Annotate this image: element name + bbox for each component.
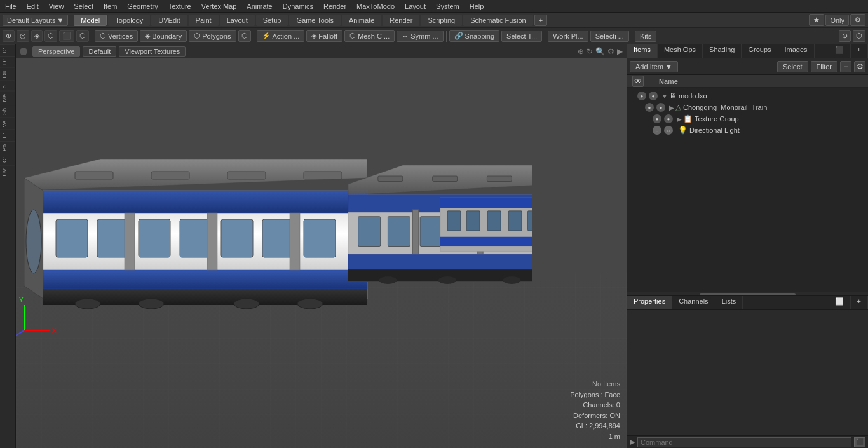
tab-animate[interactable]: Animate [342, 15, 381, 26]
sidebar-item-8[interactable]: E: [0, 130, 15, 141]
mode-icon-4[interactable]: ⬡ [44, 30, 57, 42]
menu-view[interactable]: View [44, 1, 69, 11]
mode-icon-1[interactable]: ⊕ [3, 30, 15, 42]
boundary-button[interactable]: ◈ Boundary [140, 30, 187, 42]
vp-tab-default[interactable]: Default [83, 46, 116, 57]
sidebar-item-9[interactable]: Po [0, 141, 15, 154]
mode-icon-6[interactable]: ⬡ [76, 30, 89, 42]
eye-texgrp[interactable]: ● [653, 114, 661, 123]
vp-icon-play[interactable]: ▶ [617, 47, 623, 56]
tree-item-texgrp[interactable]: ● ● ▶ 📋 Texture Group [627, 113, 868, 125]
generic-icon-1[interactable]: ⬡ [238, 30, 251, 42]
prop-expand-btn[interactable]: ⬜ [829, 296, 851, 309]
kits-button[interactable]: Kits [635, 31, 656, 42]
vp-tab-textures[interactable]: Viewport Textures [119, 46, 186, 57]
right-tab-expand[interactable]: ⬛ [829, 44, 851, 58]
tab-gametools[interactable]: Game Tools [289, 15, 341, 26]
select-button[interactable]: Select [777, 61, 808, 72]
star-icon[interactable]: ★ [809, 14, 824, 26]
tab-uvedit[interactable]: UVEdit [151, 15, 187, 26]
vp-icon-zoom[interactable]: 🔍 [595, 47, 605, 56]
tab-scripting[interactable]: Scripting [421, 15, 462, 26]
snapping-button[interactable]: 🔗 Snapping [449, 30, 500, 42]
vertices-button[interactable]: ⬡ Vertices [95, 30, 138, 42]
tab-model[interactable]: Model [74, 15, 107, 26]
prop-tab-channels[interactable]: Channels [672, 296, 715, 309]
eye-root[interactable]: ● [637, 92, 646, 100]
eye-mesh[interactable]: ● [645, 103, 654, 112]
menu-file[interactable]: File [0, 1, 22, 11]
tree-item-mesh[interactable]: ● ● ▶ △ Chongqing_Monorail_Train [627, 102, 868, 113]
menu-render[interactable]: Render [318, 1, 351, 11]
menu-select[interactable]: Select [69, 1, 98, 11]
right-tab-items[interactable]: Items [627, 44, 658, 58]
select-t-button[interactable]: Select T... [501, 31, 542, 42]
sidebar-item-6[interactable]: Sh [0, 105, 15, 118]
tab-render[interactable]: Render [383, 15, 419, 26]
filter-button[interactable]: Filter [811, 61, 837, 72]
prop-tab-properties[interactable]: Properties [627, 296, 672, 309]
right-tab-groups[interactable]: Groups [742, 44, 778, 58]
tab-layout[interactable]: Layout [220, 15, 255, 26]
right-panel-scrollbar[interactable] [627, 292, 868, 295]
vp-tab-perspective[interactable]: Perspective [32, 46, 80, 57]
settings-icon[interactable]: ⚙ [850, 14, 865, 26]
right-tab-plus[interactable]: + [851, 44, 868, 58]
eye-mesh2[interactable]: ● [656, 103, 665, 112]
tab-schematic[interactable]: Schematic Fusion [463, 15, 532, 26]
vp-icon-fit[interactable]: ⊕ [578, 47, 584, 56]
vr-icon[interactable]: ⊙ [839, 30, 851, 42]
tab-topology[interactable]: Topology [108, 15, 150, 26]
add-tab-button[interactable]: + [534, 15, 547, 26]
workplane-button[interactable]: Work Pl... [548, 31, 588, 42]
settings-small-button[interactable]: ⚙ [854, 61, 865, 72]
eye-root2[interactable]: ● [649, 92, 658, 100]
action-button[interactable]: ⚡ Action ... [257, 30, 305, 42]
selecti-button[interactable]: Selecti ... [590, 31, 629, 42]
only-button[interactable]: Only [825, 15, 849, 26]
tab-paint[interactable]: Paint [189, 15, 219, 26]
menu-edit[interactable]: Edit [22, 1, 44, 11]
mode-icon-5[interactable]: ⬛ [59, 30, 74, 42]
falloff-button[interactable]: ◈ Falloff [306, 30, 342, 42]
sidebar-item-1[interactable]: D: [0, 44, 15, 56]
menu-vertexmap[interactable]: Vertex Map [196, 1, 242, 11]
right-cmd-input[interactable] [637, 437, 851, 447]
prop-tab-lists[interactable]: Lists [715, 296, 743, 309]
sidebar-item-5[interactable]: Me [0, 91, 15, 105]
eye-light[interactable]: ○ [653, 126, 661, 135]
sidebar-item-3[interactable]: Du [0, 67, 15, 81]
menu-item[interactable]: Item [98, 1, 122, 11]
right-cmd-run[interactable]: ⬛ [854, 437, 865, 447]
prop-plus-btn[interactable]: + [851, 296, 868, 309]
vp-icon-rotate[interactable]: ↻ [587, 47, 593, 56]
menu-layout[interactable]: Layout [400, 1, 431, 11]
tab-setup[interactable]: Setup [256, 15, 288, 26]
right-cmd-arrow[interactable]: ▶ [630, 438, 635, 446]
menu-geometry[interactable]: Geometry [122, 1, 163, 11]
menu-texture[interactable]: Texture [163, 1, 196, 11]
layouts-dropdown[interactable]: Default Layouts ▼ [3, 15, 68, 26]
minus-button[interactable]: − [840, 61, 851, 72]
sidebar-item-10[interactable]: C: [0, 154, 15, 165]
eye-header-icon[interactable]: 👁 [632, 76, 644, 87]
eye-light2[interactable]: ○ [664, 126, 673, 135]
mode-icon-2[interactable]: ◎ [17, 30, 29, 42]
add-item-button[interactable]: Add Item ▼ [630, 61, 678, 72]
mesh-button[interactable]: ⬡ Mesh C ... [344, 30, 395, 42]
vr-icon2[interactable]: ⬡ [853, 30, 865, 42]
tree-item-root[interactable]: ● ● ▼ 🖥 modo.lxo [627, 90, 868, 102]
menu-dynamics[interactable]: Dynamics [278, 1, 318, 11]
sidebar-item-4[interactable]: p. [0, 81, 15, 92]
menu-system[interactable]: System [431, 1, 465, 11]
mode-icon-3[interactable]: ◈ [31, 30, 43, 42]
menu-help[interactable]: Help [465, 1, 489, 11]
polygons-button[interactable]: ⬡ Polygons [189, 30, 236, 42]
menu-maxtomodo[interactable]: MaxToModo [351, 1, 400, 11]
sidebar-item-2[interactable]: D: [0, 56, 15, 67]
sidebar-item-7[interactable]: Ve [0, 118, 15, 130]
vp-icon-settings[interactable]: ⚙ [607, 47, 614, 56]
right-tab-images[interactable]: Images [778, 44, 815, 58]
viewport-canvas[interactable]: X Y Z No Items Polygons : Face Channels:… [16, 58, 627, 448]
right-tab-shading[interactable]: Shading [703, 44, 742, 58]
